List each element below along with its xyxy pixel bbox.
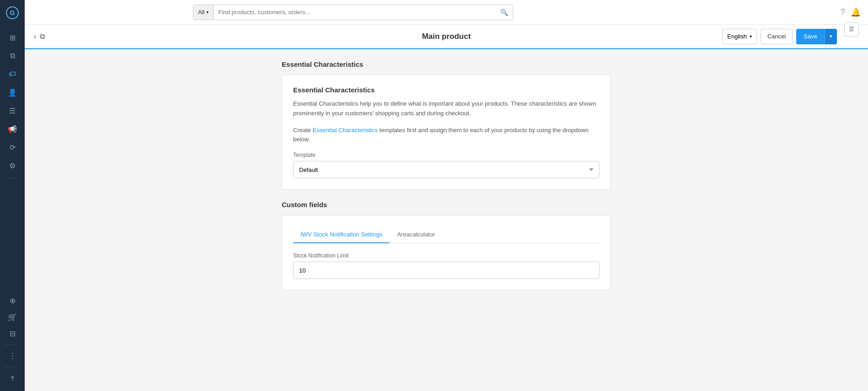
help-circle-icon[interactable]: ? [841, 7, 845, 17]
subheader-nav: ‹ ⧉ [34, 32, 45, 41]
search-all-button[interactable]: All ▾ [193, 5, 214, 20]
dashboard-icon[interactable]: ⊞ [4, 29, 21, 46]
chevron-down-icon: ▾ [750, 34, 752, 39]
help-icon[interactable]: ? [4, 370, 21, 386]
megaphone-icon[interactable]: 📢 [4, 121, 21, 137]
settings-icon[interactable]: ⚙ [4, 157, 21, 174]
subheader: ‹ ⧉ Main product English ▾ Cancel Save ▾… [25, 25, 868, 49]
custom-fields-card: IWV Stock Notification Settings Areacalc… [282, 215, 611, 290]
stock-notification-limit-input[interactable] [293, 262, 600, 279]
essential-char-desc-1: Essential Characteristics help you to de… [293, 99, 600, 118]
copy-button[interactable]: ⧉ [40, 32, 45, 41]
sidebar: G ⊞ ⧉ 🏷 👤 ☰ 📢 ⟳ ⚙ ⊕ 🛒 ⊟ ⋮ ? [0, 0, 25, 391]
custom-fields-card-body: IWV Stock Notification Settings Areacalc… [282, 215, 611, 290]
layers-icon[interactable]: ⧉ [4, 48, 21, 64]
svg-text:G: G [10, 9, 15, 16]
cancel-button[interactable]: Cancel [761, 29, 793, 44]
subheader-actions: English ▾ Cancel Save ▾ [722, 29, 837, 44]
custom-fields-section-title: Custom fields [282, 201, 611, 209]
custom-fields-tabs: IWV Stock Notification Settings Areacalc… [293, 226, 600, 243]
back-button[interactable]: ‹ [34, 32, 36, 41]
add-circle-icon[interactable]: ⊕ [4, 292, 21, 309]
page-title: Main product [422, 32, 471, 41]
content-area: Essential Characteristics Essential Char… [25, 49, 868, 391]
sidebar-divider [5, 178, 19, 179]
topbar: All ▾ 🔍 ? 🔔 [25, 0, 868, 25]
tab-iwv-stock-notification[interactable]: IWV Stock Notification Settings [293, 226, 390, 243]
stock-notification-limit-label: Stock Notification Limit [293, 252, 600, 259]
main-area: All ▾ 🔍 ? 🔔 ‹ ⧉ Main product English ▾ C… [25, 0, 868, 391]
essential-characteristics-section-title: Essential Characteristics [282, 60, 611, 68]
desc2-prefix: Create [293, 127, 313, 134]
search-input[interactable] [214, 5, 496, 20]
all-label: All [198, 9, 204, 16]
chevron-down-icon: ▾ [206, 10, 209, 15]
sidebar-divider-2 [4, 344, 18, 345]
users-icon[interactable]: 👤 [4, 84, 21, 101]
save-button-group: Save ▾ [796, 29, 837, 44]
template-select[interactable]: Default [293, 161, 600, 178]
essential-characteristics-card: Essential Characteristics Essential Char… [282, 75, 611, 190]
essential-char-title: Essential Characteristics [293, 86, 600, 94]
tab-areacalculator[interactable]: Areacalculator [390, 226, 442, 243]
cart-icon[interactable]: 🛒 [4, 309, 21, 325]
save-button[interactable]: Save [796, 29, 825, 44]
orders-icon[interactable]: ☰ [4, 102, 21, 119]
topbar-right: ? 🔔 [841, 7, 861, 17]
search-bar: All ▾ 🔍 [193, 5, 513, 20]
notification-bell-icon[interactable]: 🔔 [851, 7, 861, 17]
hamburger-menu-button[interactable]: ☰ [844, 22, 859, 37]
save-dropdown-button[interactable]: ▾ [825, 29, 837, 44]
search-button[interactable]: 🔍 [496, 9, 513, 16]
table-icon[interactable]: ⊟ [4, 325, 21, 342]
language-label: English [727, 33, 747, 40]
sidebar-divider-3 [4, 367, 18, 367]
essential-char-link[interactable]: Essential Characteristics [313, 127, 378, 134]
essential-char-desc-2: Create Essential Characteristics templat… [293, 126, 600, 145]
product-icon[interactable]: 🏷 [4, 66, 21, 82]
sync-icon[interactable]: ⟳ [4, 139, 21, 155]
language-selector[interactable]: English ▾ [722, 29, 757, 44]
logo[interactable]: G [4, 5, 21, 21]
more-icon[interactable]: ⋮ [4, 348, 21, 364]
section-wrapper: Essential Characteristics Essential Char… [282, 60, 611, 290]
template-label: Template [293, 152, 600, 158]
essential-characteristics-card-body: Essential Characteristics Essential Char… [282, 75, 611, 189]
sidebar-bottom: ⊕ 🛒 ⊟ ⋮ ? [4, 292, 21, 386]
